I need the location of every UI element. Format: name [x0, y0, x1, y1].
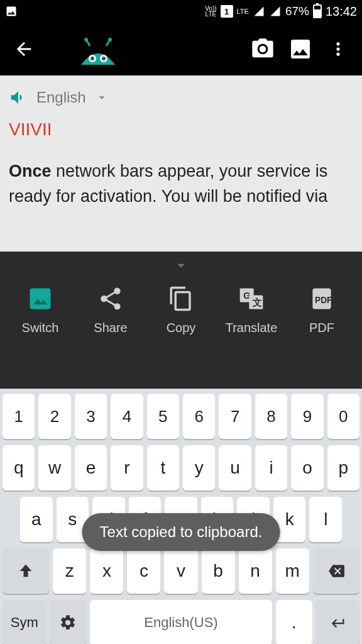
key-o[interactable]: o [291, 445, 323, 491]
share-label: Share [94, 321, 127, 335]
key-w[interactable]: w [38, 445, 70, 491]
battery-icon [313, 4, 322, 18]
translate-icon: G文 [238, 285, 265, 313]
language-selector[interactable]: English [9, 84, 353, 116]
pdf-action[interactable]: PDF PDF [290, 283, 353, 335]
key-c[interactable]: c [127, 548, 160, 594]
switch-action[interactable]: Switch [9, 283, 72, 335]
key-8[interactable]: 8 [255, 394, 287, 439]
svg-point-10 [336, 53, 339, 56]
key-e[interactable]: e [75, 445, 107, 491]
battery-percent: 67% [285, 4, 309, 18]
clock: 13:42 [326, 4, 357, 19]
copy-label: Copy [167, 321, 196, 335]
svg-point-5 [84, 38, 88, 42]
key-m[interactable]: m [276, 548, 309, 594]
result-body: Once network bars appear, your service i… [9, 158, 353, 209]
action-panel: Switch Share Copy G文 Translate PDF PDF [0, 252, 362, 389]
gear-icon [59, 614, 77, 631]
kb-row-4: zxcvbnm [3, 548, 359, 594]
svg-point-7 [108, 38, 112, 42]
app-logo [73, 33, 123, 65]
lte-indicator: LTE [237, 8, 249, 14]
key-4[interactable]: 4 [111, 394, 143, 439]
sim-indicator: 1 [221, 5, 233, 18]
svg-text:文: 文 [252, 297, 262, 308]
key-z[interactable]: z [53, 548, 86, 594]
collapse-handle[interactable] [0, 252, 362, 277]
svg-text:PDF: PDF [315, 296, 332, 305]
key-3[interactable]: 3 [75, 394, 107, 439]
key-1[interactable]: 1 [3, 394, 35, 439]
switch-label: Switch [22, 321, 59, 335]
pdf-label: PDF [309, 321, 334, 335]
picture-icon [5, 5, 18, 18]
dropdown-icon [95, 91, 109, 104]
key-0[interactable]: 0 [327, 394, 359, 439]
svg-point-8 [336, 42, 339, 45]
signal-icon-2 [269, 6, 282, 17]
svg-rect-11 [30, 289, 51, 309]
key-v[interactable]: v [164, 548, 197, 594]
enter-key[interactable] [316, 600, 359, 644]
language-label: English [36, 89, 86, 106]
translate-action[interactable]: G文 Translate [220, 283, 283, 335]
sym-key[interactable]: Sym [3, 600, 46, 644]
key-x[interactable]: x [90, 548, 123, 594]
key-y[interactable]: y [183, 445, 215, 491]
status-bar: Vo)) LTE 1 LTE 67% 13:42 [0, 0, 362, 23]
kb-row-5: Sym English(US) . [3, 600, 359, 644]
camera-button[interactable] [249, 35, 277, 63]
svg-point-3 [102, 57, 106, 60]
period-key[interactable]: . [276, 600, 312, 644]
signal-icon [253, 6, 265, 17]
toast: Text copied to clipboard. [82, 513, 280, 551]
translate-label: Translate [226, 321, 278, 335]
first-word: Once [9, 162, 52, 180]
key-6[interactable]: 6 [183, 394, 215, 439]
share-icon [97, 286, 124, 312]
speaker-icon[interactable] [9, 88, 28, 107]
key-i[interactable]: i [255, 445, 287, 491]
copy-action[interactable]: Copy [150, 283, 212, 335]
key-q[interactable]: q [3, 445, 35, 491]
share-action[interactable]: Share [79, 283, 142, 335]
content-area: English VIIVII Once network bars appear,… [0, 75, 362, 252]
key-2[interactable]: 2 [38, 394, 70, 439]
backspace-key[interactable] [313, 548, 359, 594]
key-7[interactable]: 7 [219, 394, 251, 439]
gallery-button[interactable] [287, 35, 314, 63]
shift-key[interactable] [3, 548, 49, 594]
key-n[interactable]: n [239, 548, 272, 594]
pdf-icon: PDF [308, 285, 336, 313]
settings-key[interactable] [50, 600, 86, 644]
key-p[interactable]: p [327, 445, 359, 491]
switch-icon [26, 285, 54, 313]
overflow-menu-button[interactable] [324, 35, 352, 63]
svg-point-9 [336, 47, 339, 50]
space-key[interactable]: English(US) [90, 600, 272, 644]
kb-row-2: qwertyuiop [3, 445, 359, 491]
copy-icon [168, 286, 194, 312]
key-9[interactable]: 9 [291, 394, 323, 439]
keyboard: 1234567890 qwertyuiop asdfghjkl zxcvbnm … [0, 389, 362, 644]
key-5[interactable]: 5 [147, 394, 179, 439]
key-a[interactable]: a [20, 497, 53, 542]
volte-indicator: Vo)) LTE [205, 6, 216, 17]
key-t[interactable]: t [147, 445, 179, 491]
key-r[interactable]: r [111, 445, 143, 491]
app-bar [0, 23, 362, 75]
key-l[interactable]: l [309, 497, 342, 542]
body-rest: network bars appear, your service is rea… [9, 162, 327, 206]
svg-point-1 [90, 57, 94, 60]
result-heading: VIIVII [9, 119, 353, 140]
kb-row-1: 1234567890 [3, 394, 359, 439]
key-u[interactable]: u [219, 445, 251, 491]
back-button[interactable] [10, 35, 38, 63]
key-b[interactable]: b [202, 548, 235, 594]
